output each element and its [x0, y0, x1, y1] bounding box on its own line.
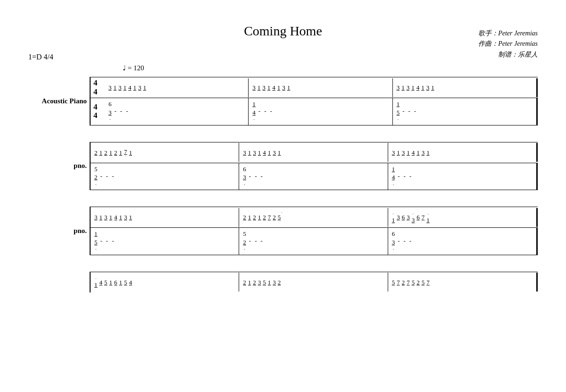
- note: 1: [109, 214, 113, 220]
- note: 5: [412, 279, 415, 285]
- note: 1: [248, 279, 251, 285]
- note: 1: [426, 150, 430, 156]
- note: 2: [243, 279, 246, 285]
- note: · 1: [392, 212, 395, 223]
- system-1: Acoustic Piano 44 3 1 3 1 4 1 3 1: [28, 77, 538, 125]
- note: 3: [258, 279, 261, 285]
- note: 1: [431, 84, 434, 91]
- credits: 歌手：Peter Jeremias 作曲：Peter Jeremias 制谱：乐…: [478, 28, 538, 60]
- time-sig-bass: 44: [91, 102, 105, 121]
- note: 6: [114, 279, 117, 285]
- key-time: 1=D 4/4: [28, 53, 538, 61]
- note: 5·: [278, 214, 281, 220]
- tempo: ♩ = 120: [123, 64, 538, 72]
- treble-m11: 2 1 2 3 5 1 3 2: [239, 273, 388, 292]
- chord-bottom: 4: [392, 173, 395, 182]
- bass-measure-3: 1 5 · - - -: [393, 98, 538, 125]
- note: 3: [392, 150, 395, 156]
- rest: -: [261, 237, 263, 245]
- note: 3: [402, 150, 405, 156]
- note: 2: [253, 279, 256, 285]
- note: 2: [243, 214, 246, 220]
- rest: -: [409, 237, 411, 245]
- chord-1: 6 3 ·: [108, 100, 112, 123]
- note: 5: [422, 279, 425, 285]
- system-4-body: · 1 4 5 1 6 1 5 4 2 1 2 3 5 1: [90, 272, 538, 292]
- treble-staff-3: 3 1 3 1 4 1 3 1 2 1 2 1 2 7 2: [91, 207, 538, 227]
- note: 3: [138, 84, 142, 91]
- note: 3: [118, 84, 122, 91]
- note: 3: [94, 214, 98, 220]
- bass-staff-3: 1 5 · - - - 5 2 · - - -: [91, 227, 538, 255]
- instrument-label-4: [28, 272, 90, 292]
- treble-m8: 2 1 2 1 2 7 2 5·: [239, 208, 388, 227]
- note: 1: [287, 84, 291, 91]
- note: 3: [397, 84, 400, 91]
- chord-top: 1: [397, 100, 400, 108]
- note: 1: [258, 84, 261, 91]
- rest: -: [112, 237, 114, 245]
- treble-m5: 3 1 3 1 4 1 3 1: [239, 143, 388, 162]
- bass-m5: 6 3 · - - -: [239, 163, 388, 190]
- rest-1: -: [402, 108, 404, 115]
- chord-bottom: 2: [243, 238, 246, 247]
- note: 2: [278, 279, 281, 285]
- rest: -: [398, 173, 400, 180]
- note: 1: [109, 150, 113, 156]
- note: 1: [124, 84, 127, 91]
- treble-measure-2: 3 1 3 1 4 1 3 1: [249, 78, 392, 97]
- note: 7·: [124, 147, 127, 158]
- system-1-body: 44 3 1 3 1 4 1 3 1 3 1 3 1: [90, 77, 538, 125]
- note: 5: [104, 279, 108, 285]
- chord-top: 1: [252, 100, 256, 108]
- note: 5: [263, 279, 266, 285]
- note: 3: [124, 214, 127, 220]
- note: 2: [416, 279, 420, 285]
- note: 2: [94, 150, 98, 156]
- chord-dot: ·: [253, 117, 255, 123]
- chord-top: 1: [392, 165, 395, 174]
- chord-top: 6: [108, 100, 112, 108]
- treble-m12: 5 7 2 7 5 2 5 7: [388, 273, 538, 292]
- instrument-label-3: pno.: [28, 207, 90, 255]
- page-title: Coming Home: [28, 24, 538, 39]
- time-sig-val: 44: [93, 79, 98, 96]
- note: 1: [248, 150, 251, 156]
- chord-top: 5: [94, 165, 98, 174]
- rest-1: -: [115, 108, 117, 115]
- rest: -: [255, 237, 257, 245]
- chord-bottom: 3: [243, 173, 246, 182]
- rest-3: -: [414, 108, 416, 115]
- chord-top: 1: [94, 230, 98, 238]
- chord-bottom: 4: [252, 108, 256, 117]
- note: 1: [109, 279, 113, 285]
- note: 1: [129, 150, 133, 156]
- note: 2: [263, 214, 266, 220]
- note: 5: [124, 279, 127, 285]
- bass-staff-2: 5 2 · - - - 6 3 · - - -: [91, 163, 538, 191]
- rest: -: [255, 173, 257, 180]
- bass-measure-2: 1 4 · - - -: [249, 98, 392, 125]
- rest: -: [409, 173, 411, 180]
- chord-top: 6: [243, 165, 246, 174]
- note: 3: [262, 84, 266, 91]
- chord-3: 1 5 ·: [397, 100, 400, 123]
- note: 1: [267, 84, 271, 91]
- bass-m4: 5 2 · - - -: [91, 163, 239, 190]
- note: 3: [282, 84, 285, 91]
- instrument-label-2: pno.: [28, 142, 90, 191]
- note: 3: [422, 150, 425, 156]
- chord-bottom: 5: [397, 108, 400, 117]
- note: 1: [407, 150, 410, 156]
- rest-3: -: [270, 108, 272, 115]
- note: 3: [407, 214, 410, 220]
- note: 4: [412, 150, 415, 156]
- bass-m8: 5 2 · - - -: [239, 228, 388, 255]
- note: · 1: [426, 212, 430, 223]
- chord-top: 5: [243, 230, 246, 238]
- note: · 1: [94, 276, 98, 288]
- note: 1: [119, 279, 123, 285]
- note: 2: [104, 150, 108, 156]
- rest: -: [404, 173, 406, 180]
- treble-m10: · 1 4 5 1 6 1 5 4: [91, 273, 239, 292]
